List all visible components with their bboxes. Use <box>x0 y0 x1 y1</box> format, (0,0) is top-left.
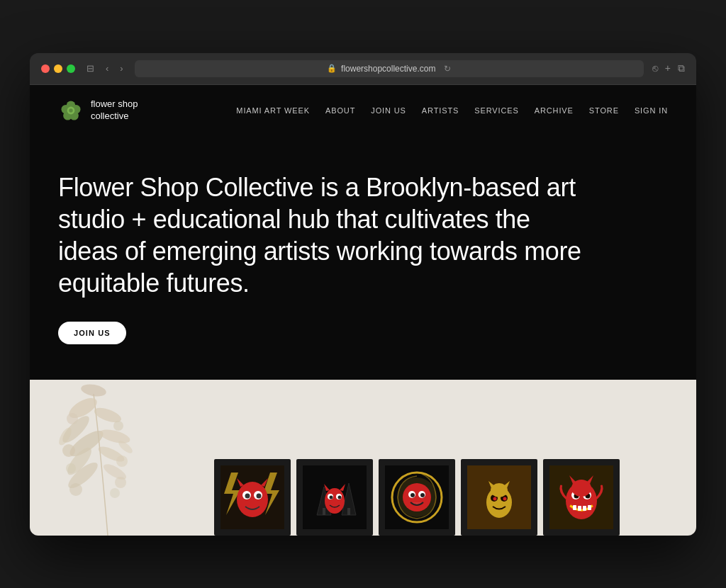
artwork-frame-3[interactable] <box>379 459 455 536</box>
svg-point-23 <box>69 483 82 496</box>
website-content: flower shop collective MIAMI ART WEEK AB… <box>30 85 696 536</box>
svg-rect-36 <box>323 508 325 515</box>
join-us-button[interactable]: JOIN US <box>58 322 126 344</box>
traffic-lights <box>41 64 75 73</box>
reload-icon[interactable]: ↻ <box>444 64 451 74</box>
artwork-frame-4[interactable] <box>461 459 537 536</box>
hero-headline: Flower Shop Collective is a Brooklyn-bas… <box>58 171 590 299</box>
svg-point-22 <box>115 477 126 488</box>
url-bar[interactable]: 🔒 flowershopcollective.com ↻ <box>135 60 644 77</box>
svg-point-32 <box>257 493 262 498</box>
svg-point-21 <box>66 463 76 473</box>
back-icon[interactable]: ‹ <box>103 62 111 75</box>
svg-point-24 <box>110 488 120 498</box>
minimize-button[interactable] <box>54 64 62 73</box>
svg-point-31 <box>245 493 250 498</box>
svg-point-6 <box>69 108 72 112</box>
svg-point-41 <box>330 495 333 499</box>
svg-point-38 <box>325 488 345 514</box>
svg-point-20 <box>116 456 128 467</box>
svg-rect-65 <box>588 505 591 510</box>
svg-point-56 <box>493 497 497 500</box>
url-text: flowershopcollective.com <box>341 64 435 74</box>
svg-point-57 <box>503 497 507 500</box>
svg-point-50 <box>420 493 425 497</box>
site-logo[interactable]: flower shop collective <box>58 98 138 123</box>
site-nav: flower shop collective MIAMI ART WEEK AB… <box>30 85 696 136</box>
svg-point-49 <box>411 493 415 497</box>
browser-window: ⊟ ‹ › 🔒 flowershopcollective.com ↻ ⎋ + ⧉ <box>30 53 696 536</box>
svg-rect-64 <box>583 506 586 511</box>
flower-logo-icon <box>58 98 84 123</box>
svg-point-46 <box>403 483 431 511</box>
svg-point-12 <box>99 426 132 446</box>
svg-point-18 <box>113 421 123 431</box>
nav-services[interactable]: SERVICES <box>474 106 518 115</box>
nav-artists[interactable]: ARTISTS <box>422 106 459 115</box>
svg-rect-37 <box>347 508 350 515</box>
svg-rect-63 <box>578 506 581 511</box>
logo-text: flower shop collective <box>91 98 138 123</box>
new-tab-icon[interactable]: + <box>665 62 671 74</box>
nav-store[interactable]: STORE <box>589 106 619 115</box>
nav-about[interactable]: ABOUT <box>325 106 355 115</box>
browser-nav-controls: ⊟ ‹ › <box>84 62 126 75</box>
svg-rect-62 <box>573 505 576 510</box>
svg-point-8 <box>80 382 107 397</box>
close-button[interactable] <box>41 64 50 73</box>
svg-point-42 <box>338 495 342 499</box>
artwork-frame-1[interactable] <box>214 459 291 536</box>
nav-miami-art-week[interactable]: MIAMI ART WEEK <box>236 106 310 115</box>
browser-chrome: ⊟ ‹ › 🔒 flowershopcollective.com ↻ ⎋ + ⧉ <box>30 53 696 85</box>
tabs-icon[interactable]: ⧉ <box>678 62 685 74</box>
artwork-frame-5[interactable] <box>543 459 620 536</box>
svg-point-28 <box>237 482 268 517</box>
nav-archive[interactable]: ARCHIVE <box>535 106 574 115</box>
artwork-frame-2[interactable] <box>296 459 373 536</box>
lock-icon: 🔒 <box>327 64 337 73</box>
svg-point-17 <box>67 413 78 424</box>
gallery-section <box>30 380 696 536</box>
artworks-row <box>214 459 620 536</box>
nav-links: MIAMI ART WEEK ABOUT JOIN US ARTISTS SER… <box>236 106 668 115</box>
browser-actions: ⎋ + ⧉ <box>652 62 685 74</box>
hero-section: Flower Shop Collective is a Brooklyn-bas… <box>30 136 696 380</box>
maximize-button[interactable] <box>67 64 75 73</box>
nav-join-us[interactable]: JOIN US <box>371 106 406 115</box>
nav-sign-in[interactable]: SIGN IN <box>635 106 668 115</box>
sidebar-toggle-icon[interactable]: ⊟ <box>84 62 97 75</box>
svg-point-19 <box>62 444 75 457</box>
share-icon[interactable]: ⎋ <box>652 62 658 74</box>
forward-icon[interactable]: › <box>117 62 125 75</box>
plant-decoration-icon <box>44 380 172 536</box>
